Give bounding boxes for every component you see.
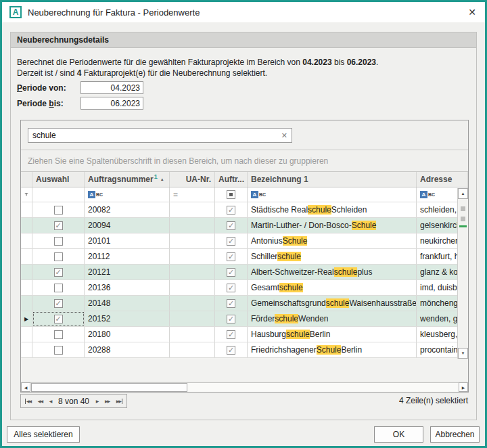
ua-nr-cell[interactable] [170, 280, 215, 295]
order-number-cell[interactable]: 20180 [85, 327, 170, 342]
order-number-cell[interactable]: 20112 [85, 249, 170, 264]
indeterminate-checkbox[interactable] [227, 190, 235, 199]
column-header-auswahl[interactable]: Auswahl [32, 172, 85, 187]
bezeichnung-cell[interactable]: Friedrichshagener Schule Berlin [248, 342, 417, 357]
order-number-cell[interactable]: 20094 [85, 218, 170, 233]
periode-bis-input[interactable] [80, 97, 143, 110]
auftr-checkbox[interactable]: ✓ [227, 237, 235, 246]
pager-prior-button[interactable]: ◀ [49, 399, 52, 404]
ua-nr-cell[interactable] [170, 202, 215, 217]
table-row[interactable]: 20136✓Gesamtschuleimd, duisbu [21, 280, 468, 296]
row-select-checkbox[interactable]: ✓ [54, 299, 63, 308]
ua-nr-cell[interactable] [170, 265, 215, 279]
auftr-checkbox-cell[interactable]: ✓ [215, 233, 248, 248]
auftr-checkbox-cell[interactable]: ✓ [215, 342, 248, 357]
select-checkbox-cell[interactable] [32, 327, 85, 342]
filter-cell-auswahl[interactable] [32, 187, 85, 202]
table-row[interactable]: 20101✓Antonius Schuleneukirchen- [21, 233, 468, 249]
bezeichnung-cell[interactable]: Hausburgschule Berlin [248, 327, 417, 342]
scroll-down-icon[interactable]: ▼ [458, 348, 468, 359]
cancel-button[interactable]: Abbrechen [430, 426, 480, 443]
filter-cell-bez[interactable]: ABC [248, 187, 417, 202]
table-row[interactable]: ✓20121✓Albert-Schweitzer-Realschule plus… [21, 265, 468, 280]
search-clear-icon[interactable]: ✕ [281, 132, 287, 139]
auftr-checkbox-cell[interactable]: ✓ [215, 249, 248, 264]
ua-nr-cell[interactable] [170, 311, 215, 326]
auftr-checkbox[interactable]: ✓ [227, 252, 235, 261]
bezeichnung-cell[interactable]: Städtische Realschule Schleiden [248, 202, 417, 217]
table-row[interactable]: ✓20148✓Gemeinschaftsgrundschule Waisenha… [21, 296, 468, 311]
order-number-cell[interactable]: 20152 [85, 311, 170, 326]
order-number-cell[interactable]: 20121 [85, 265, 170, 279]
table-row[interactable]: 20288✓Friedrichshagener Schule Berlinpro… [21, 342, 468, 358]
column-header-indicator[interactable] [21, 172, 32, 187]
column-header-ua[interactable]: UA-Nr. [170, 172, 215, 187]
select-checkbox-cell[interactable]: ✓ [32, 311, 85, 326]
order-number-cell[interactable]: 20101 [85, 233, 170, 248]
filter-cell-auftr[interactable] [215, 187, 248, 202]
order-number-cell[interactable]: 20136 [85, 280, 170, 295]
auftr-checkbox-cell[interactable]: ✓ [215, 202, 248, 217]
column-header-adresse[interactable]: Adresse [417, 172, 468, 187]
auftr-checkbox[interactable]: ✓ [227, 284, 235, 292]
bezeichnung-cell[interactable]: Albert-Schweitzer-Realschule plus [248, 265, 417, 279]
auftr-checkbox[interactable]: ✓ [227, 221, 235, 230]
scroll-right-icon[interactable]: ▶ [459, 382, 468, 392]
column-header-bez[interactable]: Bezeichnung 1 [248, 172, 417, 187]
auftr-checkbox-cell[interactable]: ✓ [215, 296, 248, 311]
row-select-checkbox[interactable]: ✓ [54, 315, 63, 323]
auftr-checkbox[interactable]: ✓ [227, 268, 235, 277]
horizontal-scrollbar[interactable]: ◀ ▶ [21, 382, 468, 392]
select-checkbox-cell[interactable]: ✓ [32, 265, 85, 279]
filter-cell-indicator[interactable] [21, 187, 32, 202]
auftr-checkbox[interactable]: ✓ [227, 299, 235, 308]
filter-cell-ua[interactable]: = [170, 187, 215, 202]
table-row[interactable]: ▶✓20152✓Förderschule Wendenwenden, ge [21, 311, 468, 327]
select-checkbox-cell[interactable]: ✓ [32, 218, 85, 233]
row-select-checkbox[interactable] [54, 237, 63, 246]
pager-prior-page-button[interactable]: ◀◀ [38, 399, 43, 404]
order-number-cell[interactable]: 20288 [85, 342, 170, 357]
row-select-checkbox[interactable] [54, 284, 63, 292]
auftr-checkbox[interactable]: ✓ [227, 206, 235, 215]
search-input[interactable] [32, 131, 281, 140]
bezeichnung-cell[interactable]: Gemeinschaftsgrundschule Waisenhausstraß… [248, 296, 417, 311]
auftr-checkbox-cell[interactable]: ✓ [215, 327, 248, 342]
row-select-checkbox[interactable] [54, 330, 63, 339]
select-checkbox-cell[interactable] [32, 202, 85, 217]
filter-cell-auftragsnummer[interactable]: ABC [85, 187, 170, 202]
auftr-checkbox-cell[interactable]: ✓ [215, 218, 248, 233]
table-row[interactable]: 20112✓Schillerschulefrankfurt, h [21, 249, 468, 265]
ua-nr-cell[interactable] [170, 249, 215, 264]
pager-last-button[interactable]: ▶▶ [116, 399, 122, 404]
table-row[interactable]: 20082✓Städtische Realschule Schleidensch… [21, 202, 468, 218]
ua-nr-cell[interactable] [170, 296, 215, 311]
table-row[interactable]: ✓20094✓Martin-Luther- / Don-Bosco-Schule… [21, 218, 468, 233]
auftr-checkbox-cell[interactable]: ✓ [215, 311, 248, 326]
pager-first-button[interactable]: ◀◀ [25, 399, 31, 404]
order-number-cell[interactable]: 20082 [85, 202, 170, 217]
select-all-button[interactable]: Alles selektieren [7, 426, 80, 443]
ua-nr-cell[interactable] [170, 233, 215, 248]
periode-von-input[interactable] [80, 81, 143, 94]
pager-next-page-button[interactable]: ▶▶ [105, 399, 110, 404]
ua-nr-cell[interactable] [170, 342, 215, 357]
vertical-scrollbar[interactable]: ▲ ▼ [457, 188, 468, 359]
scroll-up-icon[interactable]: ▲ [458, 188, 468, 199]
order-number-cell[interactable]: 20148 [85, 296, 170, 311]
ua-nr-cell[interactable] [170, 327, 215, 342]
bezeichnung-cell[interactable]: Martin-Luther- / Don-Bosco-Schule [248, 218, 417, 233]
select-checkbox-cell[interactable] [32, 342, 85, 357]
pager-next-button[interactable]: ▶ [96, 399, 99, 404]
close-icon[interactable]: ✕ [467, 7, 478, 17]
row-select-checkbox[interactable] [54, 206, 63, 215]
auftr-checkbox-cell[interactable]: ✓ [215, 265, 248, 279]
horizontal-scrollbar-thumb[interactable] [31, 383, 187, 392]
select-checkbox-cell[interactable] [32, 249, 85, 264]
row-select-checkbox[interactable]: ✓ [54, 221, 63, 230]
select-checkbox-cell[interactable] [32, 280, 85, 295]
bezeichnung-cell[interactable]: Förderschule Wenden [248, 311, 417, 326]
ok-button[interactable]: OK [374, 426, 423, 443]
auftr-checkbox[interactable]: ✓ [227, 346, 235, 355]
bezeichnung-cell[interactable]: Antonius Schule [248, 233, 417, 248]
